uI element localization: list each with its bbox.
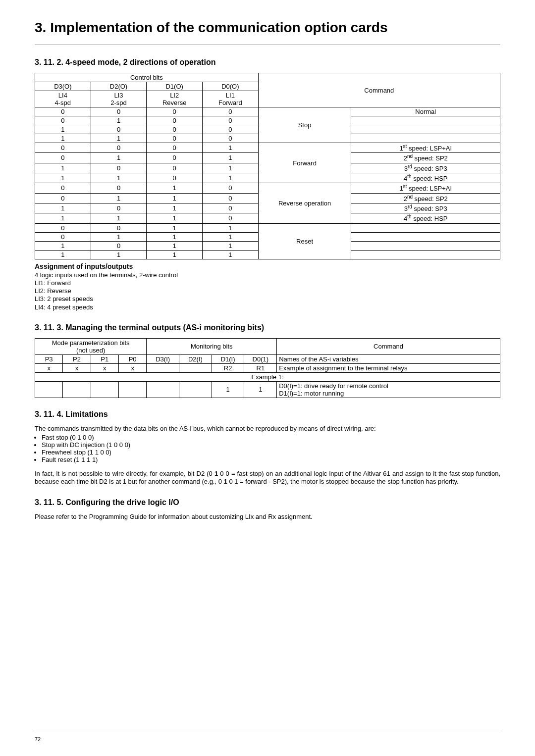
- cell: 0: [147, 173, 203, 183]
- config-para: Please refer to the Programming Guide fo…: [35, 513, 500, 521]
- hdr-command: Command: [258, 73, 500, 107]
- limitations-para: In fact, it is not possible to wire dire…: [35, 470, 500, 486]
- section-title: 3. 11. 3. Managing the terminal outputs …: [35, 323, 500, 332]
- cell: 0: [91, 163, 147, 173]
- cell: [179, 363, 212, 372]
- cell: 0: [147, 143, 203, 153]
- cell: x: [63, 363, 91, 372]
- cell: 2nd speed: SP2: [351, 193, 500, 203]
- cell: x: [91, 363, 118, 372]
- cell: 0: [35, 107, 91, 116]
- list-item: Fast stop (0 1 0 0): [42, 434, 500, 441]
- hdr-d3o: D3(O): [35, 82, 91, 91]
- cell: 1: [147, 250, 203, 259]
- table-row: 0010Reverse operation1st speed: LSP+AI: [35, 183, 500, 193]
- cell: 0: [203, 134, 259, 143]
- section-title: 3. 11. 5. Configuring the drive logic I/…: [35, 498, 500, 507]
- group-label-cell: Reset: [258, 223, 351, 259]
- cell: 1: [203, 153, 259, 163]
- hdr-d2o: D2(O): [91, 82, 147, 91]
- cell: R2: [212, 363, 244, 372]
- cell: 1: [147, 223, 203, 232]
- cell: D0(1): [244, 354, 277, 363]
- assign-lines: 4 logic inputs used on the terminals, 2-…: [35, 271, 500, 311]
- cell: 0: [147, 134, 203, 143]
- table-row: Mode parameterization bits (not used) Mo…: [35, 338, 500, 354]
- cell: 1: [147, 193, 203, 203]
- list-item: Freewheel stop (1 1 0 0): [42, 449, 500, 456]
- cell: 1: [212, 381, 244, 398]
- group-label-cell: Forward: [258, 143, 351, 183]
- cell: Example of assignment to the terminal re…: [277, 363, 500, 372]
- cell: 1: [91, 232, 147, 241]
- cell: D0(I)=1: drive ready for remote control …: [277, 381, 500, 398]
- cell: P0: [118, 354, 146, 363]
- assign-line: LI3: 2 preset speeds: [35, 295, 500, 303]
- cell: 1: [91, 213, 147, 223]
- cell: [351, 232, 500, 241]
- cell: 1st speed: LSP+AI: [351, 143, 500, 153]
- cell: 1: [147, 241, 203, 250]
- cell: 1: [203, 250, 259, 259]
- list-item: Stop with DC injection (1 0 0 0): [42, 441, 500, 449]
- cell: 1: [203, 232, 259, 241]
- cell: 0: [147, 153, 203, 163]
- section-3-11-4: 3. 11. 4. Limitations The commands trans…: [35, 410, 500, 486]
- cell: 0: [91, 203, 147, 213]
- cell: 1: [147, 213, 203, 223]
- cell: 1: [203, 143, 259, 153]
- cell: 1: [203, 223, 259, 232]
- cell: [91, 381, 118, 398]
- cell: [63, 381, 91, 398]
- cell: 1: [35, 250, 91, 259]
- cell: 0: [35, 183, 91, 193]
- cell: 0: [91, 143, 147, 153]
- cell: 1: [91, 193, 147, 203]
- cell: 3rd speed: SP3: [351, 203, 500, 213]
- assign-line: 4 logic inputs used on the terminals, 2-…: [35, 271, 500, 279]
- cell: [35, 381, 63, 398]
- cell: 4th speed: HSP: [351, 213, 500, 223]
- table-row: 1 1 D0(I)=1: drive ready for remote cont…: [35, 381, 500, 398]
- list-item: Fault reset (1 1 1 1): [42, 456, 500, 463]
- cell: [147, 363, 179, 372]
- section-3-11-2: 3. 11. 2. 4-speed mode, 2 directions of …: [35, 58, 500, 311]
- cell: D1(I): [212, 354, 244, 363]
- cell: Names of the AS-i variables: [277, 354, 500, 363]
- cell: 0: [35, 116, 91, 125]
- cell: [351, 241, 500, 250]
- cell: D3(I): [147, 354, 179, 363]
- cell: 0: [203, 213, 259, 223]
- cell: [351, 116, 500, 125]
- cell: 0: [91, 125, 147, 134]
- limitations-list: Fast stop (0 1 0 0) Stop with DC injecti…: [35, 434, 500, 463]
- cell: 1: [244, 381, 277, 398]
- cell: [351, 134, 500, 143]
- assign-line: LI4: 4 preset speeds: [35, 303, 500, 311]
- cell: 1: [35, 213, 91, 223]
- assign-title: Assignment of inputs/outputs: [35, 262, 500, 270]
- limitations-intro: The commands transmitted by the data bit…: [35, 425, 500, 433]
- hdr-command: Command: [277, 338, 500, 354]
- cell: 0: [203, 125, 259, 134]
- hdr-monitor: Monitoring bits: [147, 338, 277, 354]
- cell: 0: [91, 223, 147, 232]
- cell: [351, 223, 500, 232]
- cell: 1: [91, 153, 147, 163]
- cell: 0: [203, 203, 259, 213]
- cell: 0: [35, 143, 91, 153]
- cell: 0: [147, 163, 203, 173]
- cell: P2: [63, 354, 91, 363]
- cell: 3rd speed: SP3: [351, 163, 500, 173]
- page-number: 72: [35, 736, 41, 742]
- cell: 1: [35, 134, 91, 143]
- cell: 1: [147, 203, 203, 213]
- cell: 0: [91, 107, 147, 116]
- cell: 1: [203, 173, 259, 183]
- table-row: x x x x R2 R1 Example of assignment to t…: [35, 363, 500, 372]
- table-header-row: Control bits Command: [35, 73, 500, 82]
- section-3-11-3: 3. 11. 3. Managing the terminal outputs …: [35, 323, 500, 398]
- cell: 4th speed: HSP: [351, 173, 500, 183]
- table-row: 0000StopNormal: [35, 107, 500, 116]
- table-row: 0011Reset: [35, 223, 500, 232]
